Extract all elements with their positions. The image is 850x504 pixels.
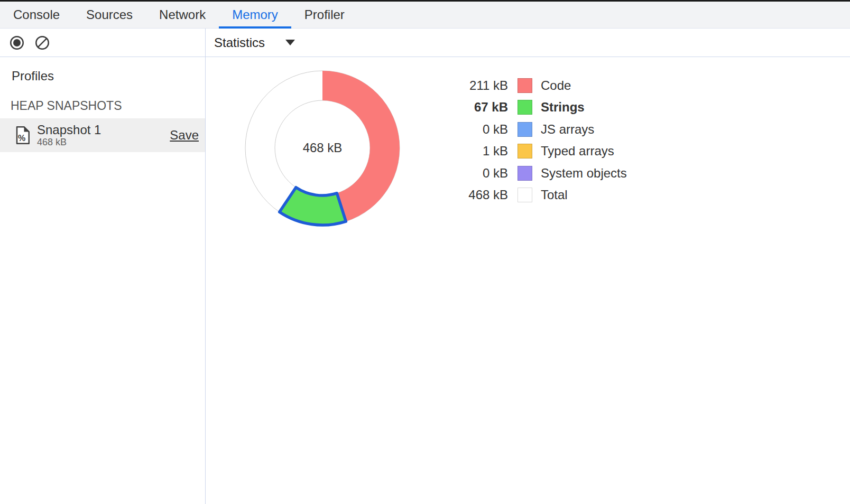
profiles-sidebar-pane: Profiles HEAP SNAPSHOTS %Snapshot 1468 k…: [0, 29, 206, 504]
legend-swatch-strings: [518, 100, 532, 115]
donut-svg: [243, 69, 402, 227]
legend-row-js-arrays[interactable]: 0 kBJS arrays: [417, 118, 627, 141]
chevron-down-icon: [285, 40, 295, 45]
legend-label: JS arrays: [541, 122, 594, 137]
legend-value: 1 kB: [417, 144, 508, 158]
legend-row-typed-arrays[interactable]: 1 kBTyped arrays: [417, 141, 627, 163]
chart-legend: 211 kBCode67 kBStrings0 kBJS arrays1 kBT…: [417, 74, 627, 206]
view-mode-select[interactable]: Statistics: [214, 35, 295, 50]
tab-sources[interactable]: Sources: [73, 2, 146, 28]
legend-label: Strings: [541, 100, 585, 115]
legend-row-total[interactable]: 468 kBTotal: [417, 184, 627, 207]
legend-swatch-code: [518, 78, 532, 93]
view-mode-label: Statistics: [214, 35, 265, 50]
legend-swatch-total: [518, 188, 532, 202]
legend-value: 0 kB: [417, 166, 508, 181]
legend-row-code[interactable]: 211 kBCode: [417, 74, 627, 97]
tab-memory[interactable]: Memory: [219, 2, 291, 28]
tab-network[interactable]: Network: [146, 2, 219, 28]
legend-label: Typed arrays: [541, 144, 614, 158]
donut-ring-outline: [275, 100, 370, 195]
memory-main-pane: Statistics 468 kB 211 kBCode67 kBStrings…: [206, 29, 850, 504]
record-toggle-icon[interactable]: [10, 35, 24, 50]
devtools-tab-bar: ConsoleSourcesNetworkMemoryProfiler: [0, 2, 850, 29]
snapshot-item[interactable]: %Snapshot 1468 kBSave: [0, 118, 205, 152]
legend-row-system-objects[interactable]: 0 kBSystem objects: [417, 162, 627, 184]
snapshot-size: 468 kB: [37, 137, 170, 148]
legend-swatch-js-arrays: [518, 122, 532, 137]
heap-donut-chart: 468 kB: [243, 69, 402, 227]
statistics-chart-area: 468 kB 211 kBCode67 kBStrings0 kBJS arra…: [206, 57, 850, 504]
legend-row-strings[interactable]: 67 kBStrings: [417, 97, 627, 119]
legend-swatch-typed-arrays: [518, 144, 532, 158]
snapshot-list: %Snapshot 1468 kBSave: [0, 118, 205, 152]
profiles-toolbar: [0, 29, 205, 57]
donut-slice-strings[interactable]: [280, 188, 346, 225]
legend-value: 0 kB: [417, 122, 508, 137]
legend-label: System objects: [541, 166, 627, 181]
heap-snapshots-heading: HEAP SNAPSHOTS: [0, 98, 205, 113]
profiles-sidebar: Profiles HEAP SNAPSHOTS %Snapshot 1468 k…: [0, 57, 205, 504]
snapshot-text: Snapshot 1468 kB: [37, 123, 170, 148]
heap-snapshot-icon: %: [16, 126, 30, 144]
snapshot-title: Snapshot 1: [37, 123, 170, 137]
save-snapshot-link[interactable]: Save: [170, 128, 199, 143]
legend-value: 468 kB: [417, 188, 508, 202]
legend-label: Total: [541, 188, 568, 202]
profiles-heading: Profiles: [0, 69, 205, 83]
panel-body: Profiles HEAP SNAPSHOTS %Snapshot 1468 k…: [0, 29, 850, 504]
memory-view-toolbar: Statistics: [206, 29, 850, 57]
svg-text:%: %: [18, 134, 25, 143]
legend-swatch-system-objects: [518, 166, 532, 181]
legend-value: 67 kB: [417, 100, 508, 115]
tab-console[interactable]: Console: [0, 2, 73, 28]
legend-label: Code: [541, 78, 571, 93]
legend-value: 211 kB: [417, 78, 508, 93]
clear-profiles-icon[interactable]: [35, 35, 50, 50]
tab-profiler[interactable]: Profiler: [291, 2, 358, 28]
